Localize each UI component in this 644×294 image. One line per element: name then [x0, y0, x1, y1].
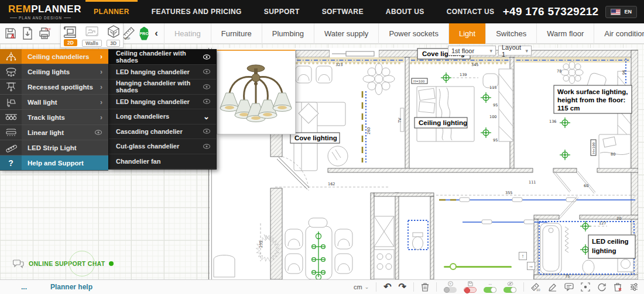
eye-icon[interactable]: [94, 129, 108, 137]
export-file-button[interactable]: [21, 25, 34, 41]
visibility-toggle[interactable]: [503, 281, 516, 293]
sidebar-item-recessed-spotlights[interactable]: Recessed spotlights ›: [0, 79, 108, 95]
caret-down-icon: ▾: [489, 48, 492, 54]
scroll-up-button[interactable]: ↑: [519, 252, 527, 260]
svg-text:75: 75: [565, 274, 570, 279]
height-tag: H=100: [412, 78, 427, 84]
work-surface-lighting-label[interactable]: Work surface lighting, height from the f…: [554, 85, 632, 113]
nav-support[interactable]: SUPPORT: [263, 0, 301, 23]
sidebar-item-ceiling-lights[interactable]: Ceiling lights ›: [0, 64, 108, 79]
sidebar-item-ceiling-chandeliers[interactable]: Ceiling chandeliers ›: [0, 49, 108, 64]
view-switcher: 2D Walls 3D: [60, 23, 124, 48]
settings-button[interactable]: [629, 282, 639, 292]
nav-features-pricing[interactable]: FEATURES AND PRICING: [150, 0, 243, 23]
redo-button[interactable]: ↷: [399, 282, 406, 292]
tab-warm-floor[interactable]: Warm floor: [536, 23, 594, 44]
submenu-item-hanging-chandelier-shades[interactable]: Hanging chandelier with shades: [109, 79, 216, 95]
clear-plan-button[interactable]: [614, 282, 622, 292]
category-tabs: Heating Furniture Plumbing Water supply …: [164, 23, 644, 44]
sidebar-item-help-support[interactable]: ? Help and Support: [0, 155, 108, 171]
refresh-button[interactable]: [597, 282, 607, 292]
planner-help-link[interactable]: Planner help: [50, 283, 93, 291]
tab-light[interactable]: Light: [448, 23, 485, 44]
view-2d-button[interactable]: 2D: [63, 25, 78, 47]
submenu-item-led-hanging-2[interactable]: LED hanging chandelier: [109, 95, 216, 110]
eye-icon[interactable]: [203, 54, 216, 60]
sidebar-item-track-lights[interactable]: Track lights ›: [0, 110, 108, 125]
tab-plumbing[interactable]: Plumbing: [262, 23, 314, 44]
divider: [523, 282, 524, 292]
eye-icon[interactable]: [203, 144, 216, 149]
undo-button[interactable]: ↶: [383, 282, 391, 292]
draw-button[interactable]: [548, 282, 557, 292]
tab-switches[interactable]: Switches: [485, 23, 536, 44]
online-support-chat[interactable]: ONLINE SUPPORT CHAT: [13, 259, 114, 268]
save-button[interactable]: [4, 25, 18, 41]
nav-contact[interactable]: CONTACT US: [446, 0, 496, 23]
svg-text:115: 115: [489, 85, 496, 90]
view-walls-button[interactable]: Walls: [82, 25, 102, 47]
eye-icon[interactable]: [203, 129, 216, 134]
delete-button[interactable]: [421, 282, 429, 292]
more-help-button[interactable]: ...: [21, 283, 27, 291]
us-flag-icon: [611, 9, 621, 15]
tab-heating[interactable]: Heating: [164, 23, 211, 44]
logo-planner: PLANNER: [31, 4, 81, 15]
measure-button[interactable]: 10: [531, 283, 541, 292]
nav-about[interactable]: ABOUT US: [385, 0, 426, 23]
svg-text:lighting: lighting: [592, 247, 616, 254]
unit-select[interactable]: cm ⌄: [354, 283, 369, 290]
led-ceiling-lighting-label[interactable]: LED ceiling lighting: [588, 235, 635, 258]
chevron-right-icon: ›: [100, 68, 108, 76]
submenu-item-cut-glass-chandelier[interactable]: Cut-glass chandelier: [109, 139, 216, 154]
pro-badge[interactable]: PRO: [139, 27, 149, 40]
eye-icon[interactable]: [203, 99, 216, 104]
view-3d-button[interactable]: 3D: [106, 25, 121, 47]
center-view-button[interactable]: [581, 282, 590, 292]
comments-button[interactable]: [564, 283, 574, 291]
eye-icon[interactable]: [203, 69, 216, 74]
export-file-icon: [21, 26, 34, 40]
submenu-item-cascading-chandelier[interactable]: Cascading chandelier: [109, 124, 216, 140]
language-selector[interactable]: EN: [605, 6, 637, 18]
submenu-item-ceiling-chandelier-shades[interactable]: Ceiling chandelier with shades: [109, 50, 216, 65]
nav-planner[interactable]: PLANNER: [93, 0, 131, 23]
tab-water-supply[interactable]: Water supply: [314, 23, 378, 44]
floor-select[interactable]: 1st floor ▾: [448, 46, 496, 56]
tab-power-sockets[interactable]: Power sockets: [378, 23, 448, 44]
svg-text:H=100: H=100: [413, 79, 425, 83]
eye-icon[interactable]: [203, 84, 216, 89]
logo[interactable]: REMPLANNER PLAN AND DESIGN: [0, 4, 88, 20]
print-pdf-button[interactable]: PDF: [37, 25, 52, 41]
phone-number: +49 176 57329212: [503, 5, 599, 18]
submenu-item-led-hanging-1[interactable]: LED hanging chandelier: [109, 65, 216, 80]
svg-text:PDF: PDF: [45, 27, 51, 31]
nav-software[interactable]: SOFTWARE: [321, 0, 365, 23]
layout-select[interactable]: Layout 1 ▾: [498, 46, 532, 56]
sidebar-item-led-strip-light[interactable]: LED Strip Light: [0, 140, 108, 155]
autosave-toggle[interactable]: [464, 281, 477, 293]
tabs-scroll-left[interactable]: ‹: [149, 27, 164, 39]
bottom-toolbar: ... Planner help cm ⌄ ↶ ↷ ? ↔: [0, 279, 644, 294]
cove-lighting-label-left[interactable]: Cove lighting: [290, 133, 340, 143]
submenu-item-long-chandeliers[interactable]: Long chandeliers ⌄: [109, 109, 216, 124]
chandelier-preview-popup[interactable]: [217, 50, 296, 134]
tagline-dash: [10, 18, 17, 18]
tab-air-conditioners[interactable]: Air conditioners: [594, 23, 644, 44]
sidebar-item-linear-light[interactable]: Linear light: [0, 125, 108, 140]
submenu-item-chandelier-fan[interactable]: Chandelier fan: [109, 154, 216, 170]
view-walls-icon: [84, 25, 100, 39]
caret-down-icon: ▾: [525, 48, 528, 54]
sidebar-item-label: Help and Support: [22, 160, 108, 167]
scroll-right-button[interactable]: →: [527, 262, 535, 270]
ruler-10-icon: 10: [531, 283, 541, 292]
dimensions-toggle[interactable]: ↔: [484, 281, 496, 293]
zoom-slider[interactable]: [444, 264, 512, 269]
hints-toggle[interactable]: ?: [444, 281, 457, 293]
question-icon: ?: [448, 281, 453, 286]
tab-furniture[interactable]: Furniture: [211, 23, 262, 44]
ceiling-lighting-label[interactable]: Ceiling lighting: [415, 117, 467, 128]
svg-text:235: 235: [259, 241, 263, 248]
sidebar-item-wall-light[interactable]: Wall light ›: [0, 95, 108, 110]
zoom-slider-knob[interactable]: [450, 263, 457, 270]
